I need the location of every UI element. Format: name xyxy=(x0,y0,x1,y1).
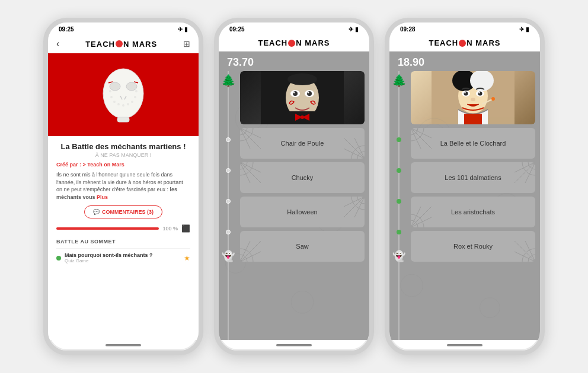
back-button-1[interactable]: ‹ xyxy=(56,38,59,49)
timeline-line-3 xyxy=(398,71,400,340)
cruella-image xyxy=(411,71,535,124)
card-label-2-2: Chucky xyxy=(292,174,314,181)
app-header-1: ‹ TEACH N MARS ⊞ xyxy=(48,35,199,53)
created-by: Créé par : > Teach on Mars xyxy=(56,162,190,168)
timeline-dot-2-3 xyxy=(226,199,231,204)
battle-item-sub: Quiz Game xyxy=(65,258,153,263)
progress-row: 100 % ⬛ xyxy=(56,224,190,233)
card-label-2-3: Halloween xyxy=(287,208,317,216)
jigsaw-face-svg xyxy=(261,71,344,124)
svg-point-60 xyxy=(464,92,468,96)
web-icon-4 xyxy=(240,241,261,262)
svg-point-10 xyxy=(110,96,113,98)
status-bar-1: 09:25 ✈ ▮ xyxy=(48,22,199,35)
svg-point-12 xyxy=(109,90,111,92)
filter-button-1[interactable]: ⊞ xyxy=(183,39,190,49)
web-icon-3 xyxy=(344,197,365,217)
quiz-card-2-1[interactable]: Chair de Poule xyxy=(240,128,365,159)
comment-icon: 💬 xyxy=(93,209,100,215)
quiz-card-2-4[interactable]: Saw xyxy=(240,231,365,262)
svg-point-61 xyxy=(478,92,482,96)
timeline-line-2 xyxy=(228,71,229,340)
svg-point-63 xyxy=(478,92,480,93)
home-bar-2 xyxy=(219,340,369,351)
phone-2: 09:25 ✈ ▮ TEACH N MARS xyxy=(214,18,374,355)
battle-title: La Battle des méchants martiens ! xyxy=(56,142,190,151)
battle-dot xyxy=(56,256,61,261)
logo-mars-icon xyxy=(116,40,123,47)
airplane-icon-2: ✈ xyxy=(349,26,353,33)
logo-text-after-2: N MARS xyxy=(296,38,330,47)
card-label-3-3: Les aristochats xyxy=(451,208,495,216)
time-2: 09:25 xyxy=(229,26,245,33)
svg-point-8 xyxy=(127,103,129,105)
progress-bar-fill xyxy=(56,227,159,230)
battle-item-text: Mais pourquoi sont-ils méchants ? xyxy=(65,252,153,258)
timeline-dot-3-2 xyxy=(397,168,401,173)
logo-2: TEACH N MARS xyxy=(258,38,330,47)
svg-point-29 xyxy=(301,115,304,119)
quiz-score-3: 18.90 xyxy=(389,52,540,71)
battle-item-content: Mais pourquoi sont-ils méchants ? Quiz G… xyxy=(65,252,153,263)
web-icon-3-2 xyxy=(514,162,535,183)
quiz-cards-2: Chair de Poule Chucky xyxy=(238,71,369,340)
app-header-2: TEACH N MARS xyxy=(219,35,369,52)
time-1: 09:25 xyxy=(59,26,74,33)
svg-point-36 xyxy=(287,73,317,85)
app-header-3: TEACH N MARS xyxy=(389,35,540,52)
svg-rect-16 xyxy=(117,117,129,122)
svg-point-35 xyxy=(308,92,309,94)
mask-svg xyxy=(100,65,147,124)
home-line-1 xyxy=(106,344,141,346)
star-icon: ★ xyxy=(184,254,190,262)
quiz-screen-2: 73.70 🌲 👻 xyxy=(219,52,369,340)
logo-1: TEACH N MARS xyxy=(85,40,157,49)
logo-text-after-1: N MARS xyxy=(123,40,157,49)
svg-point-64 xyxy=(471,98,475,101)
quiz-card-3-3[interactable]: Les aristochats xyxy=(411,197,535,227)
logo-3: TEACH N MARS xyxy=(429,38,500,47)
card-label-2-1: Chair de Poule xyxy=(281,140,324,147)
content-area-1: La Battle des méchants martiens ! À NE P… xyxy=(48,136,199,340)
svg-point-9 xyxy=(131,101,133,103)
quiz-card-3-2[interactable]: Les 101 dalmatiens xyxy=(411,162,535,193)
phone-2-screen: TEACH N MARS 73.70 xyxy=(219,35,369,340)
timeline-dot-3-1 xyxy=(397,137,401,142)
quiz-timeline-3: 🌲 👻 xyxy=(389,71,408,340)
card-label-2-4: Saw xyxy=(296,243,308,250)
home-bar-1 xyxy=(48,340,199,351)
quiz-score-2: 73.70 xyxy=(219,52,369,71)
card-label-3-4: Rox et Rouky xyxy=(453,243,493,250)
web-icon-3-4 xyxy=(514,241,535,262)
timeline-dot-3-4 xyxy=(397,230,401,234)
quiz-card-3-1[interactable]: La Belle et le Clochard xyxy=(411,128,535,159)
quiz-card-image-3 xyxy=(411,71,535,124)
phones-container: 09:25 ✈ ▮ ‹ TEACH N MARS ⊞ xyxy=(31,6,557,367)
timeline-dot-3-3 xyxy=(397,199,401,204)
quiz-card-2-3[interactable]: Halloween xyxy=(240,197,365,227)
quiz-card-2-2[interactable]: Chucky xyxy=(240,162,365,193)
phone-1-screen: ‹ TEACH N MARS ⊞ xyxy=(48,35,199,340)
progress-pct: 100 % xyxy=(162,226,178,231)
svg-point-11 xyxy=(134,96,136,98)
status-icons-3: ✈ ▮ xyxy=(519,26,529,33)
battle-item: Mais pourquoi sont-ils méchants ? Quiz G… xyxy=(56,248,190,267)
logo-text-before-1: TEACH xyxy=(85,40,115,49)
quiz-content-3: 🌲 👻 xyxy=(389,71,540,340)
svg-point-66 xyxy=(491,97,495,101)
logo-mars-icon-3 xyxy=(459,40,466,47)
tree-icon-3: 🌲 xyxy=(392,73,407,88)
quiz-card-3-4[interactable]: Rox et Rouky xyxy=(411,231,535,262)
battery-icon-2: ▮ xyxy=(355,26,359,33)
web-icon-tl xyxy=(240,128,261,149)
svg-point-5 xyxy=(113,101,116,103)
battle-section-title: BATTLE AU SOMMET xyxy=(56,239,190,245)
web-icon-br xyxy=(344,138,365,159)
comments-button[interactable]: 💬 COMMENTAIRES (3) xyxy=(84,205,162,218)
status-icons-2: ✈ ▮ xyxy=(349,26,359,33)
status-bar-3: 09:28 ✈ ▮ xyxy=(389,22,540,35)
airplane-icon-3: ✈ xyxy=(519,26,524,33)
quiz-content-2: 🌲 👻 xyxy=(219,71,369,340)
battle-desc: Ils ne sont mis à l'honneur qu'une seule… xyxy=(56,171,190,201)
timeline-dot-2-1 xyxy=(226,137,231,142)
